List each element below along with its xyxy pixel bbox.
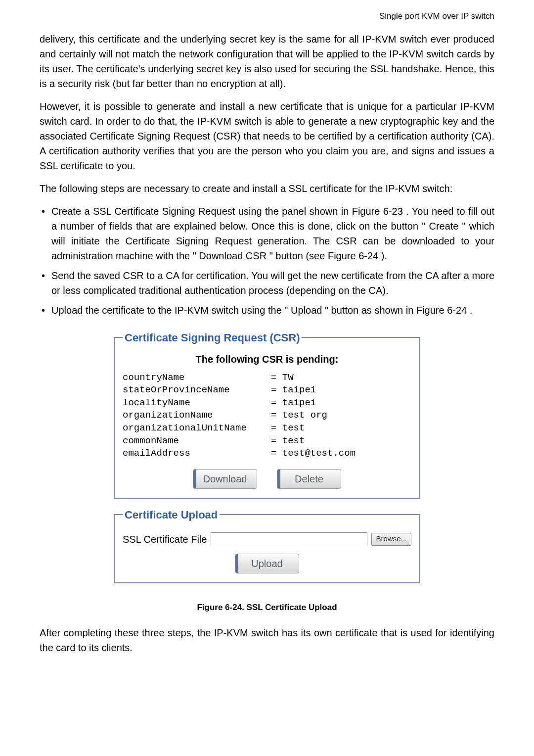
csr-row: countryName = TW xyxy=(123,372,411,384)
paragraph-2: However, it is possible to generate and … xyxy=(40,99,494,173)
csr-fields: countryName = TW stateOrProvinceName = t… xyxy=(123,372,411,460)
ssl-file-label: SSL Certificate File xyxy=(123,532,207,547)
paragraph-1: delivery, this certificate and the under… xyxy=(40,32,494,91)
csr-legend: Certificate Signing Request (CSR) xyxy=(123,330,302,346)
steps-list: Create a SSL Certificate Signing Request… xyxy=(40,204,494,318)
csr-key: commonName xyxy=(123,435,271,448)
paragraph-4: After completing these three steps, the … xyxy=(40,625,494,655)
csr-key: organizationalUnitName xyxy=(123,422,271,435)
csr-pending-title: The following CSR is pending: xyxy=(123,352,411,367)
figure-caption: Figure 6-24. SSL Certificate Upload xyxy=(40,601,494,614)
csr-row: stateOrProvinceName = taipei xyxy=(123,384,411,397)
csr-key: stateOrProvinceName xyxy=(123,384,271,397)
csr-value: = test xyxy=(271,422,411,435)
csr-row: organizationalUnitName = test xyxy=(123,422,411,435)
csr-value: = test@test.com xyxy=(271,447,411,460)
list-item: Upload the certificate to the IP-KVM swi… xyxy=(40,303,494,318)
csr-row: emailAddress = test@test.com xyxy=(123,447,411,460)
figure-wrap: Certificate Signing Request (CSR) The fo… xyxy=(40,330,494,591)
csr-button-row: Download Delete xyxy=(123,469,411,489)
csr-value: = test xyxy=(271,435,411,448)
list-item: Create a SSL Certificate Signing Request… xyxy=(40,204,494,263)
upload-button[interactable]: Upload xyxy=(235,554,299,573)
paragraph-3: The following steps are necessary to cre… xyxy=(40,181,494,196)
page-header: Single port KVM over IP switch xyxy=(40,10,494,23)
upload-fieldset: Certificate Upload SSL Certificate File … xyxy=(114,507,420,583)
upload-legend: Certificate Upload xyxy=(123,507,220,523)
upload-row: SSL Certificate File Browse... xyxy=(123,532,411,547)
csr-row: organizationName = test org xyxy=(123,409,411,422)
csr-value: = test org xyxy=(271,409,411,422)
ssl-file-input[interactable] xyxy=(211,532,367,546)
csr-value: = TW xyxy=(271,372,411,384)
csr-key: organizationName xyxy=(123,409,271,422)
csr-key: emailAddress xyxy=(123,447,271,460)
download-button[interactable]: Download xyxy=(193,469,257,489)
list-item: Send the saved CSR to a CA for certifica… xyxy=(40,268,494,298)
csr-value: = taipei xyxy=(271,397,411,410)
csr-row: commonName = test xyxy=(123,435,411,448)
csr-row: localityName = taipei xyxy=(123,397,411,410)
delete-button[interactable]: Delete xyxy=(277,469,341,489)
csr-fieldset: Certificate Signing Request (CSR) The fo… xyxy=(114,330,420,499)
panel-stack: Certificate Signing Request (CSR) The fo… xyxy=(114,330,420,591)
csr-key: countryName xyxy=(123,372,271,384)
browse-button[interactable]: Browse... xyxy=(371,533,411,546)
csr-value: = taipei xyxy=(271,384,411,397)
csr-key: localityName xyxy=(123,397,271,410)
upload-button-row: Upload xyxy=(123,554,411,573)
